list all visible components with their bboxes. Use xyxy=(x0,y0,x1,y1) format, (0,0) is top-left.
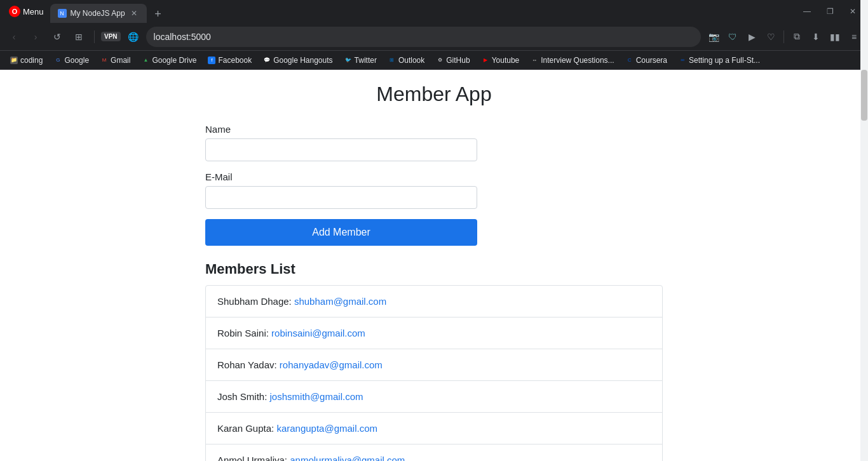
play-icon[interactable]: ▶ xyxy=(743,28,761,46)
coursera-favicon: C xyxy=(626,57,634,64)
camera-icon[interactable]: 📷 xyxy=(705,28,722,46)
member-item: Shubham Dhage: shubham@gmail.com xyxy=(206,286,662,317)
address-bar: ‹ › ↺ ⊞ VPN 🌐 localhost:5000 📷 🛡 ▶ ♡ ⧉ ⬇… xyxy=(0,23,868,51)
github-favicon: ⚙ xyxy=(436,57,444,64)
tab-close-button[interactable]: ✕ xyxy=(129,8,139,18)
tab-title: My NodeJS App xyxy=(71,9,125,18)
bookmark-label: Youtube xyxy=(492,56,520,65)
member-email: robinsaini@gmail.com xyxy=(271,328,365,338)
email-form-group: E-Mail xyxy=(205,171,663,209)
bookmark-gmail[interactable]: M Gmail xyxy=(95,53,135,68)
divider2 xyxy=(783,30,784,43)
pages-button[interactable]: ⊞ xyxy=(70,28,88,46)
heart-icon[interactable]: ♡ xyxy=(762,28,780,46)
vpn-badge[interactable]: VPN xyxy=(101,32,121,41)
member-email: rohanyadav@gmail.com xyxy=(280,359,383,370)
email-input[interactable] xyxy=(205,186,477,209)
name-label: Name xyxy=(205,124,663,135)
member-email: shubham@gmail.com xyxy=(294,296,386,307)
bookmark-hangouts[interactable]: 💬 Google Hangouts xyxy=(258,53,337,68)
bookmark-coursera[interactable]: C Coursera xyxy=(621,53,672,68)
browser-menu-button[interactable]: O Menu xyxy=(5,3,48,20)
facebook-favicon: f xyxy=(208,57,215,64)
shield-icon[interactable]: 🛡 xyxy=(724,28,742,46)
gmail-favicon: M xyxy=(100,57,108,64)
app-container: Member App Name E-Mail Add Member Member… xyxy=(193,83,675,461)
bookmark-coding[interactable]: 📁 coding xyxy=(5,53,48,68)
gdrive-favicon: ▲ xyxy=(142,57,149,64)
bookmark-google[interactable]: G Google xyxy=(49,53,94,68)
back-button[interactable]: ‹ xyxy=(5,28,23,46)
bookmark-label: Google xyxy=(64,56,89,65)
bookmark-label: GitHub xyxy=(446,56,470,65)
battery-icon[interactable]: ▮▮ xyxy=(826,28,844,46)
member-name: Robin Saini: xyxy=(217,328,271,338)
page-title: Member App xyxy=(205,83,663,106)
bookmark-github[interactable]: ⚙ GitHub xyxy=(431,53,475,68)
bookmarks-bar: 📁 coding G Google M Gmail ▲ Google Drive… xyxy=(0,51,868,70)
active-tab[interactable]: N My NodeJS App ✕ xyxy=(50,4,147,23)
interview-favicon: •• xyxy=(531,57,538,64)
bookmark-twitter[interactable]: 🐦 Twitter xyxy=(339,53,382,68)
browser-chrome: O Menu N My NodeJS App ✕ + — ❐ ✕ ‹ › ↺ ⊞… xyxy=(0,0,868,70)
fullst-favicon: ∞ xyxy=(679,57,686,64)
add-member-button[interactable]: Add Member xyxy=(205,219,477,246)
bookmark-label: coding xyxy=(20,56,43,65)
member-item: Rohan Yadav: rohanyadav@gmail.com xyxy=(206,349,662,381)
toolbar-icons: 📷 🛡 ▶ ♡ ⧉ ⬇ ▮▮ ≡ xyxy=(705,28,863,46)
forward-button[interactable]: › xyxy=(27,28,44,46)
bookmark-gdrive[interactable]: ▲ Google Drive xyxy=(137,53,201,68)
member-item: Robin Saini: robinsaini@gmail.com xyxy=(206,317,662,349)
tab-bar: N My NodeJS App ✕ + xyxy=(50,0,794,23)
extensions-icon[interactable]: ⧉ xyxy=(788,28,806,46)
member-name: Anmol Urmaliya: xyxy=(217,455,290,461)
bookmark-label: Google Hangouts xyxy=(273,56,332,65)
youtube-favicon: ▶ xyxy=(482,57,489,64)
site-info-button[interactable]: 🌐 xyxy=(125,28,142,46)
bookmark-favicon: 📁 xyxy=(10,57,18,64)
bookmark-fullst[interactable]: ∞ Setting up a Full-St... xyxy=(674,53,765,68)
bookmark-label: Setting up a Full-St... xyxy=(689,56,760,65)
name-input[interactable] xyxy=(205,138,477,161)
twitter-favicon: 🐦 xyxy=(344,57,352,64)
hangouts-favicon: 💬 xyxy=(263,57,271,64)
member-email: anmolurmaliya@gmail.com xyxy=(290,455,405,461)
opera-logo: O xyxy=(9,6,20,17)
menu-label: Menu xyxy=(23,7,44,17)
bookmark-label: Outlook xyxy=(398,56,424,65)
page-content: Member App Name E-Mail Add Member Member… xyxy=(0,70,868,461)
bookmark-label: Coursera xyxy=(636,56,667,65)
maximize-button[interactable]: ❐ xyxy=(820,1,840,22)
scrollbar[interactable] xyxy=(860,0,868,461)
reload-button[interactable]: ↺ xyxy=(48,28,66,46)
outlook-favicon: ⊞ xyxy=(388,57,396,64)
url-bar[interactable]: localhost:5000 xyxy=(146,27,701,47)
bookmark-label: Twitter xyxy=(355,56,377,65)
window-controls: — ❐ ✕ xyxy=(797,1,863,22)
name-form-group: Name xyxy=(205,124,663,161)
member-email: joshsmith@gmail.com xyxy=(270,391,363,402)
divider xyxy=(94,30,95,43)
member-name: Josh Smith: xyxy=(217,391,270,402)
member-name: Karan Gupta: xyxy=(217,423,276,434)
bookmark-label: Google Drive xyxy=(152,56,196,65)
tab-favicon: N xyxy=(58,9,67,18)
members-list-title: Members List xyxy=(205,261,663,277)
minimize-button[interactable]: — xyxy=(797,1,817,22)
bookmark-facebook[interactable]: f Facebook xyxy=(203,53,257,68)
bookmark-outlook[interactable]: ⊞ Outlook xyxy=(383,53,430,68)
member-name: Rohan Yadav: xyxy=(217,359,280,370)
bookmark-interview[interactable]: •• Interview Questions... xyxy=(526,53,619,68)
new-tab-button[interactable]: + xyxy=(149,5,167,23)
member-item: Karan Gupta: karangupta@gmail.com xyxy=(206,413,662,444)
download-icon[interactable]: ⬇ xyxy=(807,28,825,46)
bookmark-youtube[interactable]: ▶ Youtube xyxy=(477,53,525,68)
google-favicon: G xyxy=(54,57,62,64)
email-label: E-Mail xyxy=(205,171,663,182)
members-list: Shubham Dhage: shubham@gmail.comRobin Sa… xyxy=(205,285,663,461)
member-item: Josh Smith: joshsmith@gmail.com xyxy=(206,381,662,413)
member-item: Anmol Urmaliya: anmolurmaliya@gmail.com xyxy=(206,444,662,461)
scrollbar-thumb[interactable] xyxy=(861,70,867,121)
bookmark-label: Interview Questions... xyxy=(541,56,614,65)
bookmark-label: Facebook xyxy=(218,56,252,65)
